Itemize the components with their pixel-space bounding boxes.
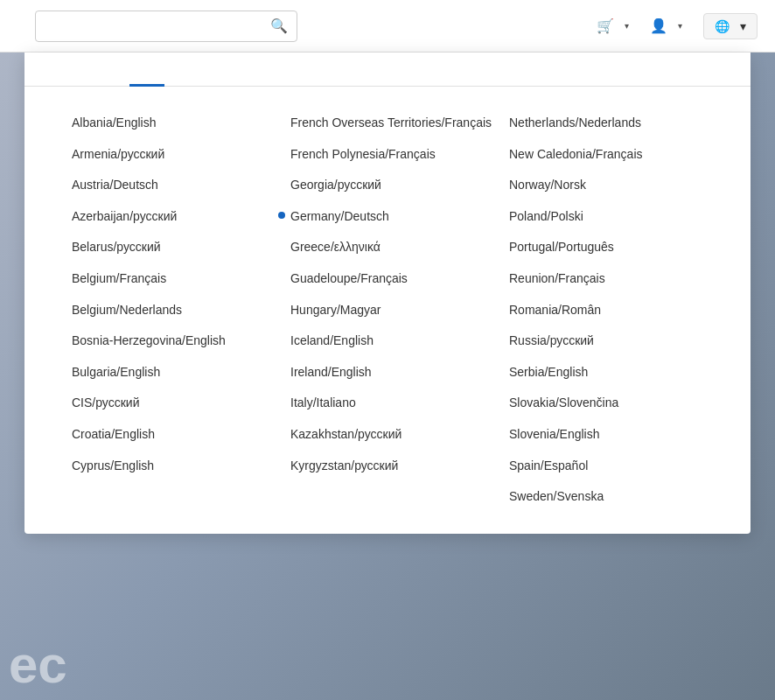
unselected-placeholder [497,239,504,246]
country-item[interactable]: Bosnia-Herzegovina/English [59,326,278,357]
selected-indicator [278,212,285,219]
unselected-placeholder [497,177,504,184]
country-item[interactable]: Italy/Italiano [278,388,497,419]
country-label: Bulgaria/English [72,364,160,382]
unselected-placeholder [59,395,66,402]
user-icon: 👤 [650,18,667,34]
country-item[interactable]: Belgium/Nederlands [59,295,278,326]
country-item[interactable]: Belarus/русский [59,232,278,263]
country-label: Kyrgyzstan/русский [290,458,398,475]
country-label: Belgium/Français [72,270,166,288]
country-label: Reunion/Français [509,270,605,288]
region-selector-modal: Albania/EnglishArmenia/русскийAustria/De… [24,52,751,534]
unselected-placeholder [497,488,504,495]
unselected-placeholder [278,332,285,340]
country-item[interactable]: Sweden/Svenska [497,481,716,513]
header: 🔍 🛒 ▾ 👤 ▾ 🌐 ▾ [0,0,775,52]
cart-chevron-icon: ▾ [625,21,629,31]
country-item[interactable]: Belgium/Français [59,263,278,295]
unselected-placeholder [59,458,66,465]
country-item[interactable]: Austria/Deutsch [59,170,278,201]
country-item[interactable]: Portugal/Português [497,232,716,263]
country-item[interactable]: Poland/Polski [497,201,716,233]
country-item[interactable]: Netherlands/Nederlands [497,108,716,139]
unselected-placeholder [278,395,285,402]
country-label: Netherlands/Nederlands [509,115,641,132]
country-item[interactable]: Romania/Român [497,295,716,326]
country-item[interactable]: Germany/Deutsch [278,201,497,233]
country-item[interactable]: Slovakia/Slovenčina [497,388,716,419]
country-label: Croatia/English [72,426,155,444]
country-item[interactable]: Reunion/Français [497,263,716,295]
country-item[interactable]: Kazakhstan/русский [278,419,497,451]
country-label: French Overseas Territories/Français [290,115,492,132]
tab-asia-pacific[interactable] [94,60,129,87]
country-item[interactable]: Armenia/русский [59,139,278,171]
country-item[interactable]: Guadeloupe/Français [278,263,497,295]
country-item[interactable]: Russia/русский [497,326,716,357]
country-item[interactable]: Azerbaijan/русский [59,201,278,233]
unselected-placeholder [497,364,504,371]
column-1: Albania/EnglishArmenia/русскийAustria/De… [59,108,278,513]
cart-button[interactable]: 🛒 ▾ [597,18,629,34]
country-item[interactable]: CIS/русский [59,388,278,419]
unselected-placeholder [59,270,66,277]
unselected-placeholder [278,364,285,371]
country-label: French Polynesia/Français [290,146,436,164]
unselected-placeholder [497,426,504,433]
country-item[interactable]: Kyrgyzstan/русский [278,451,497,482]
tab-americas[interactable] [59,60,94,87]
country-item[interactable]: Georgia/русский [278,170,497,201]
country-list: Albania/EnglishArmenia/русскийAustria/De… [24,87,751,534]
language-selector[interactable]: 🌐 ▾ [703,13,758,39]
country-item[interactable]: Ireland/English [278,357,497,388]
country-label: Italy/Italiano [290,395,356,412]
country-label: Poland/Polski [509,208,583,226]
country-label: Russia/русский [509,332,594,350]
country-item[interactable]: New Caledonia/Français [497,139,716,171]
country-label: Georgia/русский [290,177,381,194]
unselected-placeholder [59,332,66,340]
login-button[interactable]: 👤 ▾ [650,18,682,34]
lang-chevron-icon: ▾ [740,19,746,33]
header-navigation: 🛒 ▾ 👤 ▾ 🌐 ▾ [597,13,758,39]
country-label: Hungary/Magyar [290,302,381,319]
country-item[interactable]: Hungary/Magyar [278,295,497,326]
country-label: Romania/Român [509,302,601,319]
search-box[interactable]: 🔍 [35,10,297,42]
country-label: Austria/Deutsch [72,177,158,194]
tab-middle-east-africa[interactable] [164,60,199,87]
country-item[interactable]: Iceland/English [278,326,497,357]
unselected-placeholder [59,208,66,215]
country-item[interactable]: Slovenia/English [497,419,716,451]
unselected-placeholder [59,239,66,246]
country-item[interactable]: Norway/Norsk [497,170,716,201]
login-chevron-icon: ▾ [678,21,682,31]
country-label: Bosnia-Herzegovina/English [72,332,226,350]
country-item[interactable]: Bulgaria/English [59,357,278,388]
unselected-placeholder [59,302,66,309]
country-item[interactable]: Albania/English [59,108,278,139]
country-label: Kazakhstan/русский [290,426,401,444]
unselected-placeholder [497,332,504,340]
country-label: CIS/русский [72,395,139,412]
tab-europe[interactable] [129,60,164,87]
country-item[interactable]: Serbia/English [497,357,716,388]
country-item[interactable]: Cyprus/English [59,451,278,482]
country-label: Norway/Norsk [509,177,586,194]
search-icon: 🔍 [270,18,288,34]
country-item[interactable]: Greece/ελληνικά [278,232,497,263]
country-label: Portugal/Português [509,239,614,256]
unselected-placeholder [497,458,504,465]
unselected-placeholder [497,115,504,122]
unselected-placeholder [497,146,504,153]
country-item[interactable]: Croatia/English [59,419,278,451]
country-label: Azerbaijan/русский [72,208,177,226]
country-item[interactable]: French Overseas Territories/Français [278,108,497,139]
unselected-placeholder [59,364,66,371]
country-item[interactable]: French Polynesia/Français [278,139,497,171]
unselected-placeholder [278,177,285,184]
country-label: Armenia/русский [72,146,164,164]
country-item[interactable]: Spain/Español [497,451,716,482]
country-label: Guadeloupe/Français [290,270,408,288]
